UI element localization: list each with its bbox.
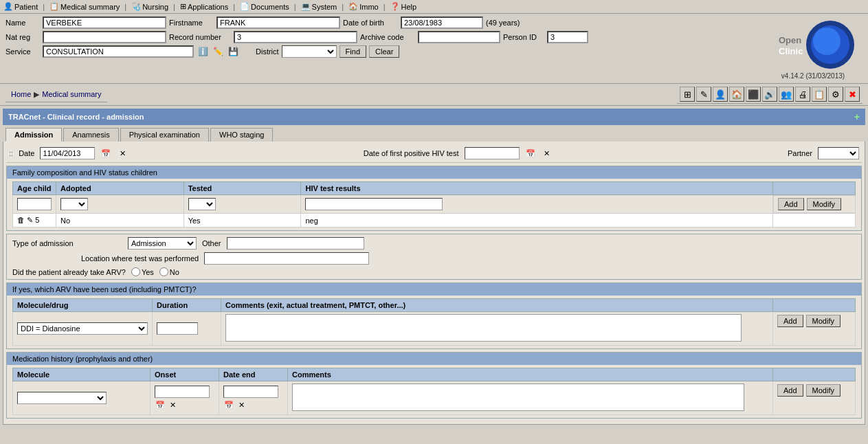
docs-icon: 📄 bbox=[240, 2, 249, 11]
partner-select[interactable] bbox=[818, 147, 859, 159]
archive-input[interactable] bbox=[418, 31, 500, 43]
district-select[interactable] bbox=[282, 45, 337, 58]
service-label: Service bbox=[5, 47, 40, 56]
med-molecule-select[interactable] bbox=[17, 392, 107, 404]
adopted-select[interactable]: No Yes bbox=[60, 198, 88, 210]
arv-no-radio[interactable] bbox=[159, 267, 168, 276]
arv-yes-radio[interactable] bbox=[131, 267, 140, 276]
med-col-date-end: Date end bbox=[219, 368, 288, 381]
svg-point-2 bbox=[813, 27, 841, 55]
firstname-input[interactable] bbox=[216, 16, 340, 29]
nav-system[interactable]: 💻 System bbox=[301, 2, 337, 11]
find-button[interactable]: Find bbox=[340, 45, 366, 58]
toolbar-btn-10[interactable]: ⚙ bbox=[828, 87, 843, 102]
date-label: Date bbox=[19, 149, 34, 157]
nav-help[interactable]: ❓ Help bbox=[390, 2, 417, 11]
arv-table: Molecule/drug Duration Comments (exit, a… bbox=[12, 298, 856, 346]
immo-icon: 🏠 bbox=[348, 2, 358, 11]
clear-button[interactable]: Clear bbox=[369, 45, 399, 58]
nav-medical-summary[interactable]: 📋 Medical summary bbox=[49, 2, 120, 11]
other-input[interactable] bbox=[227, 237, 364, 249]
family-section-title: Family composition and HIV status childr… bbox=[12, 168, 157, 177]
type-admission-label: Type of admission bbox=[12, 239, 122, 247]
toolbar-btn-1[interactable]: ⊞ bbox=[680, 87, 695, 102]
toolbar-btn-3[interactable]: 👤 bbox=[713, 87, 728, 102]
edit-icon[interactable]: ✏️ bbox=[212, 45, 224, 58]
tab-content: :: Date 📅 ✕ Date of first positive HIV t… bbox=[3, 142, 865, 425]
dateend-cal-icon[interactable]: 📅 bbox=[223, 399, 234, 410]
tab-anamnesis[interactable]: Anamnesis bbox=[63, 128, 118, 142]
arv-modify-button[interactable]: Modify bbox=[806, 315, 841, 327]
yes-label: Yes bbox=[142, 268, 154, 276]
med-modify-button[interactable]: Modify bbox=[806, 384, 841, 397]
admission-type-section: Type of admission Admission Other Locati… bbox=[6, 234, 862, 280]
family-add-button[interactable]: Add bbox=[778, 198, 804, 210]
toolbar-btn-close[interactable]: ✖ bbox=[845, 87, 860, 102]
toolbar-btn-2[interactable]: ✎ bbox=[696, 87, 711, 102]
admission-type-select[interactable]: Admission bbox=[128, 237, 197, 249]
breadcrumb-current[interactable]: Medical summary bbox=[42, 90, 101, 98]
edit-row-icon[interactable]: ✎ bbox=[27, 216, 33, 224]
delete-icon[interactable]: 🗑 bbox=[17, 216, 25, 224]
service-input[interactable] bbox=[43, 45, 194, 58]
med-comments-input[interactable] bbox=[292, 384, 744, 411]
person-icon: 👤 bbox=[3, 2, 13, 11]
onset-clear-icon[interactable]: ✕ bbox=[167, 399, 178, 410]
doc-icon: 📋 bbox=[49, 2, 59, 11]
name-input[interactable] bbox=[43, 16, 166, 29]
toolbar-btn-6[interactable]: 🔊 bbox=[762, 87, 777, 102]
family-modify-button[interactable]: Modify bbox=[807, 198, 841, 210]
no-label: No bbox=[170, 268, 179, 276]
natreg-input[interactable] bbox=[43, 31, 166, 43]
date-input[interactable] bbox=[40, 147, 95, 159]
age-child-input[interactable] bbox=[17, 198, 52, 210]
nav-nursing[interactable]: 🩺 Nursing bbox=[131, 2, 168, 11]
toolbar-btn-4[interactable]: 🏠 bbox=[729, 87, 744, 102]
hiv-clear-icon[interactable]: ✕ bbox=[542, 148, 553, 159]
nav-documents[interactable]: 📄 Documents bbox=[240, 2, 289, 11]
section-collapse-icon[interactable]: + bbox=[854, 111, 860, 122]
location-input[interactable] bbox=[204, 252, 369, 265]
dob-input[interactable] bbox=[401, 16, 483, 29]
arv-comments-input[interactable] bbox=[225, 314, 742, 342]
nav-immo[interactable]: 🏠 Immo bbox=[348, 2, 379, 11]
nav-patient[interactable]: 👤 Patient bbox=[3, 2, 38, 11]
breadcrumb: Home ▶ Medical summary bbox=[5, 87, 107, 102]
info-icon[interactable]: ℹ️ bbox=[197, 45, 209, 58]
hiv-test-date-input[interactable] bbox=[465, 147, 520, 159]
arv-input-row: DDI = Didanosine Add Modify bbox=[13, 312, 856, 346]
tab-admission[interactable]: Admission bbox=[5, 128, 62, 142]
tab-physical-examination[interactable]: Physical examination bbox=[120, 128, 209, 142]
hiv-results-input[interactable] bbox=[305, 198, 443, 210]
hiv-cal-icon[interactable]: 📅 bbox=[525, 148, 536, 159]
arv-duration-input[interactable] bbox=[157, 322, 198, 335]
onset-cal-icon[interactable]: 📅 bbox=[155, 399, 166, 410]
section-title-bar: TRACnet - Clinical record - admission + bbox=[3, 109, 865, 125]
save-icon[interactable]: 💾 bbox=[227, 45, 239, 58]
arv-molecule-select[interactable]: DDI = Didanosine bbox=[17, 322, 148, 335]
breadcrumb-home[interactable]: Home bbox=[11, 90, 31, 98]
toolbar-btn-7[interactable]: 👥 bbox=[779, 87, 794, 102]
tab-who-staging[interactable]: WHO staging bbox=[210, 128, 273, 142]
med-add-button[interactable]: Add bbox=[777, 384, 803, 397]
toolbar-btn-8[interactable]: 🖨 bbox=[795, 87, 810, 102]
arv-section-header: If yes, which ARV have been used (includ… bbox=[7, 283, 861, 296]
med-date-end-input[interactable] bbox=[223, 386, 278, 398]
main-section: TRACnet - Clinical record - admission + … bbox=[3, 109, 865, 425]
toolbar-btn-9[interactable]: 📋 bbox=[812, 87, 827, 102]
record-input[interactable] bbox=[234, 31, 357, 43]
location-label: Location where test was performed bbox=[12, 254, 199, 263]
dateend-clear-icon[interactable]: ✕ bbox=[236, 399, 247, 410]
med-onset-input[interactable] bbox=[155, 386, 210, 398]
personid-input[interactable] bbox=[547, 31, 588, 43]
date-calendar-icon[interactable]: 📅 bbox=[100, 148, 111, 159]
tested-select[interactable]: No Yes bbox=[188, 198, 216, 210]
arv-col-duration: Duration bbox=[153, 299, 221, 312]
nav-applications[interactable]: ⊞ Applications bbox=[180, 2, 228, 11]
arv-label: Did the patient already take ARV? bbox=[12, 268, 126, 276]
date-clear-icon[interactable]: ✕ bbox=[117, 148, 128, 159]
arv-add-button[interactable]: Add bbox=[777, 315, 803, 327]
family-section: Family composition and HIV status childr… bbox=[6, 166, 862, 231]
toolbar-btn-5[interactable]: ⬛ bbox=[746, 87, 761, 102]
hiv-test-date-label: Date of first positive HIV test bbox=[364, 149, 459, 157]
